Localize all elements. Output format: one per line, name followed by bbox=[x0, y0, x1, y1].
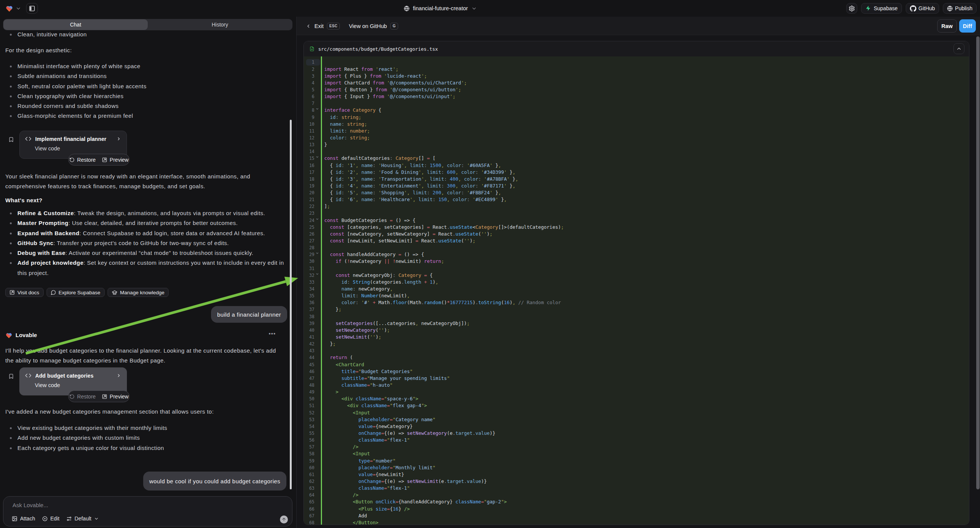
message-menu-button[interactable]: ••• bbox=[269, 330, 276, 337]
external-link-icon bbox=[102, 157, 107, 162]
code-line: 13} bbox=[304, 141, 969, 148]
code-line: 61 value={newLimit} bbox=[304, 471, 969, 478]
code-line: 52 <Input bbox=[304, 409, 969, 416]
code-line: 8interface Category { bbox=[304, 107, 969, 114]
raw-toggle-button[interactable]: Raw bbox=[937, 19, 957, 33]
code-line: 54 value={newCategory} bbox=[304, 423, 969, 430]
restore-button[interactable]: Restore bbox=[69, 394, 96, 399]
sidebar-toggle-button[interactable] bbox=[26, 3, 38, 14]
chat-scrollbar[interactable] bbox=[290, 120, 292, 489]
user-message-budget-categories: would be cool if you could add budget ca… bbox=[143, 472, 286, 490]
code-line: 64 /> bbox=[304, 491, 969, 498]
code-file-header[interactable]: src/components/budget/BudgetCategories.t… bbox=[304, 41, 969, 56]
project-switcher[interactable]: financial-future-creator bbox=[404, 0, 477, 17]
view-code-link[interactable]: View code bbox=[35, 382, 60, 388]
gear-icon bbox=[848, 5, 855, 12]
code-line: 27 const [newLimit, setNewLimit] = React… bbox=[304, 237, 969, 244]
code-line: 46 title="Budget Categories" bbox=[304, 368, 969, 375]
project-name: financial-future-creator bbox=[413, 5, 468, 11]
tab-history[interactable]: History bbox=[148, 19, 292, 30]
diff-toggle-button[interactable]: Diff bbox=[959, 19, 976, 33]
esc-key-badge: ESC bbox=[327, 23, 340, 30]
code-line: 37 }; bbox=[304, 306, 969, 313]
lovable-logo[interactable] bbox=[5, 5, 13, 13]
list-item: Master Prompting: Use clear, detailed, a… bbox=[0, 218, 285, 228]
collapse-file-button[interactable] bbox=[953, 43, 964, 54]
budget-bullet-list: View existing budget categories with the… bbox=[0, 423, 288, 453]
attach-button[interactable]: Attach bbox=[12, 515, 35, 522]
code-line: 60 placeholder="Monthly limit" bbox=[304, 464, 969, 471]
github-button[interactable]: GitHub bbox=[906, 3, 939, 14]
external-link-icon bbox=[10, 290, 15, 295]
edit-button[interactable]: Edit bbox=[42, 515, 59, 522]
code-line: 39 setCategories([...categories, newCate… bbox=[304, 320, 969, 327]
fold-chevron-icon[interactable] bbox=[315, 251, 319, 255]
file-path: src/components/budget/BudgetCategories.t… bbox=[318, 46, 438, 52]
preview-button[interactable]: Preview bbox=[102, 157, 129, 163]
fold-chevron-icon[interactable] bbox=[315, 107, 319, 111]
version-card-title: Implement financial planner bbox=[35, 136, 107, 142]
code-line: 51 <div className="flex gap-4"> bbox=[304, 402, 969, 409]
fold-chevron-icon[interactable] bbox=[315, 155, 319, 159]
view-on-github-button[interactable]: View on GitHub bbox=[349, 23, 387, 29]
code-line: 15const defaultCategories: Category[] = … bbox=[304, 155, 969, 162]
code-line: 22]; bbox=[304, 203, 969, 210]
globe-icon bbox=[404, 6, 409, 11]
logo-chevron-down-icon[interactable] bbox=[16, 6, 21, 11]
fold-chevron-icon[interactable] bbox=[315, 272, 319, 276]
code-line: 7 bbox=[304, 100, 969, 107]
preview-button[interactable]: Preview bbox=[102, 394, 129, 399]
chat-composer[interactable]: Ask Lovable... Attach Edit Default bbox=[3, 496, 293, 526]
tab-chat[interactable]: Chat bbox=[3, 19, 148, 30]
visit-docs-button[interactable]: Visit docs bbox=[5, 288, 44, 297]
code-line: 59 type="number" bbox=[304, 458, 969, 464]
code-line: 63 className="flex-1" bbox=[304, 485, 969, 491]
code-line: 16 { id: '1', name: 'Housing', limit: 15… bbox=[304, 162, 969, 169]
whats-next-heading: What's next? bbox=[5, 196, 43, 205]
view-code-link[interactable]: View code bbox=[35, 145, 60, 151]
manage-knowledge-button[interactable]: Manage knowledge bbox=[108, 288, 169, 297]
list-item: Clean typography with clear hierarchies bbox=[0, 91, 288, 101]
chat-scroll-area[interactable]: Clean, intuitive navigation For the desi… bbox=[0, 30, 296, 496]
code-panel-scrollbar[interactable] bbox=[976, 37, 980, 489]
sliders-icon bbox=[66, 516, 72, 522]
code-line: 18 { id: '3', name: 'Transportation', li… bbox=[304, 176, 969, 183]
code-line: 30 if (!newCategory || !newLimit) return… bbox=[304, 258, 969, 265]
mode-select[interactable]: Default bbox=[66, 515, 99, 522]
mode-chevron-down-icon bbox=[94, 516, 99, 521]
version-card-actions: Restore Preview bbox=[68, 154, 130, 165]
bookmark-icon[interactable] bbox=[8, 136, 14, 143]
chat-bubble-icon bbox=[51, 290, 56, 295]
supabase-button[interactable]: Supabase bbox=[861, 3, 902, 14]
supabase-icon bbox=[865, 5, 871, 11]
list-item: GitHub Sync: Transfer your project's cod… bbox=[0, 238, 285, 248]
bookmark-icon[interactable] bbox=[8, 373, 14, 380]
code-line: 9 id: string; bbox=[304, 114, 969, 121]
code-line: 24const BudgetCategories = () => { bbox=[304, 217, 969, 224]
explore-supabase-button[interactable]: Explore Supabase bbox=[46, 288, 105, 297]
list-item: Rounded corners and subtle shadows bbox=[0, 101, 288, 111]
code-line: 36 color: '#' + Math.floor(Math.random()… bbox=[304, 299, 969, 306]
code-line: 21 { id: '6', name: 'Healthcare', limit:… bbox=[304, 196, 969, 203]
version-card-actions: Restore Preview bbox=[68, 391, 130, 402]
code-line: 56 className="flex-1" bbox=[304, 437, 969, 444]
fold-chevron-icon[interactable] bbox=[315, 218, 319, 221]
exit-button[interactable]: Exit bbox=[314, 23, 323, 29]
chat-panel: Chat History Clean, intuitive navigation… bbox=[0, 17, 296, 528]
version-card-chevron-right-icon bbox=[116, 136, 121, 141]
settings-button[interactable] bbox=[846, 3, 857, 14]
chevron-left-icon[interactable] bbox=[306, 24, 311, 29]
send-button[interactable] bbox=[280, 515, 288, 523]
top-bar: financial-future-creator Supabase GitHub… bbox=[0, 0, 980, 17]
assistant-bullet-intro: Clean, intuitive navigation bbox=[0, 30, 288, 40]
code-line: 17 { id: '2', name: 'Food & Dining', lim… bbox=[304, 169, 969, 176]
code-editor[interactable]: 12import React from 'react';3import { Pl… bbox=[304, 56, 969, 525]
code-line: 14 bbox=[304, 148, 969, 155]
code-line: 68 </Button> bbox=[304, 519, 969, 525]
publish-button[interactable]: Publish bbox=[943, 3, 977, 14]
assistant-body-2: I've added a new budget categories manag… bbox=[5, 407, 288, 417]
code-line: 3import { Plus } from 'lucide-react'; bbox=[304, 73, 969, 80]
restore-button[interactable]: Restore bbox=[69, 157, 96, 163]
code-file-card: 12import React from 'react';3import { Pl… bbox=[304, 41, 969, 525]
code-line: 6import { Input } from '@/components/ui/… bbox=[304, 93, 969, 100]
